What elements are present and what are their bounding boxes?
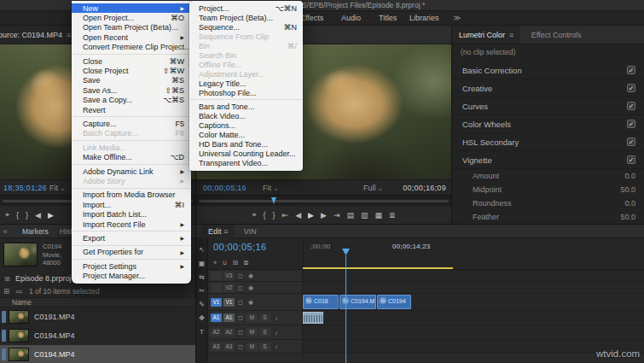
- lock-icon[interactable]: ◻: [236, 314, 245, 321]
- track-v2-content[interactable]: [303, 282, 644, 293]
- track-v1-header[interactable]: V1 V1 ◻ ◉: [208, 294, 303, 310]
- label-color-chip[interactable]: [2, 348, 6, 360]
- add-marker-icon[interactable]: ⌖: [5, 210, 9, 220]
- settings-icon[interactable]: ≣: [243, 259, 249, 267]
- snap-icon[interactable]: ∪: [223, 259, 228, 267]
- panel-menu-icon[interactable]: ≡: [67, 31, 71, 39]
- selection-tool-icon[interactable]: ↖: [199, 246, 205, 254]
- export-frame-icon[interactable]: ▦: [374, 211, 382, 220]
- mark-out-icon[interactable]: }: [273, 211, 276, 220]
- menu-item-bars-and-tone[interactable]: Bars and Tone...: [189, 102, 303, 111]
- audio-clip[interactable]: [303, 312, 323, 324]
- track-master[interactable]: [208, 354, 644, 363]
- step-forward-icon[interactable]: ▶: [321, 211, 327, 220]
- timeline-clip[interactable]: fxC0194: [377, 295, 411, 309]
- menu-item-save[interactable]: Save⌘S: [72, 76, 191, 85]
- source-patch[interactable]: V1: [211, 298, 222, 307]
- timeline-ruler[interactable]: ;00;00 00;00;14;23: [303, 238, 644, 269]
- menu-item-project-settings[interactable]: Project Settings▶: [72, 261, 191, 271]
- eye-icon[interactable]: ◉: [247, 299, 255, 306]
- lumetri-section-hsl-secondary[interactable]: HSL Secondary ✓: [452, 133, 644, 151]
- menu-item-legacy-title[interactable]: Legacy Title...: [189, 79, 303, 88]
- preview-thumbnail[interactable]: [3, 243, 38, 266]
- track-a1-content[interactable]: [303, 311, 644, 325]
- play-icon[interactable]: ▶: [48, 211, 54, 220]
- menu-item-new-project[interactable]: Project...⌥⌘N: [189, 3, 303, 13]
- track-select-tool-icon[interactable]: ▣: [199, 260, 206, 267]
- panel-menu-icon[interactable]: ≡: [223, 227, 228, 236]
- workspace-tab-effects[interactable]: Effects: [300, 11, 323, 26]
- source-patch[interactable]: A1: [211, 313, 222, 322]
- source-patch[interactable]: [211, 272, 222, 280]
- add-marker-icon[interactable]: ⌖: [252, 210, 256, 220]
- tab-overflow-icon[interactable]: «: [3, 225, 8, 238]
- section-enable-checkbox[interactable]: ✓: [627, 66, 635, 74]
- menu-item-import-from-media-browser[interactable]: Import from Media Browser: [72, 190, 191, 200]
- track-v2-header[interactable]: V2 ◻ ◉: [208, 282, 303, 293]
- lock-icon[interactable]: ◻: [236, 299, 245, 306]
- mute-button[interactable]: M: [247, 328, 258, 337]
- menu-item-color-matte[interactable]: Color Matte...: [189, 131, 303, 140]
- workspace-overflow-icon[interactable]: ≫: [453, 11, 461, 26]
- vignette-roundness-value[interactable]: 0.0: [624, 196, 635, 210]
- vignette-midpoint-value[interactable]: 50.0: [620, 183, 635, 196]
- track-target[interactable]: V2: [223, 284, 235, 292]
- tab-effect-controls[interactable]: Effect Controls: [525, 26, 589, 44]
- go-to-out-icon[interactable]: ⇥: [334, 211, 340, 220]
- source-patch[interactable]: A3: [211, 343, 222, 351]
- track-a3-header[interactable]: A3 A3 ◻ M S ♪: [208, 340, 303, 353]
- track-a1-header[interactable]: A1 A1 ◻ M S ♪: [208, 311, 303, 325]
- tab-sequence-vin[interactable]: VIN: [237, 225, 264, 238]
- menu-item-new[interactable]: New▶: [72, 3, 191, 13]
- menu-item-hd-bars-and-tone[interactable]: HD Bars and Tone...: [189, 140, 303, 149]
- lock-icon[interactable]: ◻: [236, 329, 245, 336]
- source-patch[interactable]: A2: [211, 328, 222, 337]
- workspace-tab-libraries[interactable]: Libraries: [409, 11, 439, 26]
- hand-tool-icon[interactable]: ✥: [199, 314, 205, 322]
- pen-tool-icon[interactable]: ✎: [199, 301, 205, 308]
- grid-view-icon[interactable]: ⊞: [3, 285, 9, 297]
- tab-lumetri-color[interactable]: Lumetri Color≡: [452, 26, 520, 44]
- menu-item-convert-premiere-clip-project[interactable]: Convert Premiere Clip Project...: [72, 43, 191, 52]
- track-v3-header[interactable]: V3 ◻ ◉: [208, 270, 303, 281]
- lift-icon[interactable]: ▤: [346, 211, 354, 220]
- grid-icon[interactable]: ⊞: [232, 259, 238, 267]
- panel-menu-icon[interactable]: ≡: [509, 31, 513, 39]
- label-color-chip[interactable]: [2, 311, 6, 323]
- lock-icon[interactable]: ◻: [236, 272, 245, 279]
- section-enable-checkbox[interactable]: ✓: [627, 155, 635, 164]
- mic-icon[interactable]: ♪: [272, 343, 281, 349]
- program-scrubber-track[interactable]: [199, 200, 449, 202]
- menu-item-close-project[interactable]: Close Project⇧⌘W: [72, 66, 191, 75]
- list-view-icon[interactable]: ≔: [15, 285, 23, 297]
- mark-in-icon[interactable]: {: [16, 211, 19, 220]
- mic-icon[interactable]: ♪: [272, 330, 281, 336]
- razor-tool-icon[interactable]: ✂: [199, 287, 205, 295]
- menu-item-open-team-project[interactable]: Open Team Project (Beta)...: [72, 23, 191, 32]
- menu-item-export[interactable]: Export▶: [72, 233, 191, 243]
- project-item-row[interactable]: C0194.MP4: [0, 326, 195, 345]
- section-enable-checkbox[interactable]: ✓: [627, 138, 635, 146]
- menu-item-new-team-project[interactable]: Team Project (Beta)...: [189, 13, 303, 22]
- lock-icon[interactable]: ◻: [236, 343, 245, 350]
- section-enable-checkbox[interactable]: ✓: [627, 84, 635, 92]
- track-target[interactable]: A3: [223, 343, 235, 351]
- menu-item-project-manager[interactable]: Project Manager...: [72, 271, 191, 280]
- ripple-edit-tool-icon[interactable]: ⇆: [199, 273, 205, 281]
- eye-icon[interactable]: ◉: [247, 284, 255, 291]
- name-column-header[interactable]: Name: [12, 298, 32, 307]
- timeline-clip[interactable]: fxC018: [303, 295, 339, 309]
- menu-item-get-properties-for[interactable]: Get Properties for▶: [72, 248, 191, 257]
- lock-icon[interactable]: ◻: [236, 284, 245, 291]
- go-to-in-icon[interactable]: ⇤: [282, 211, 289, 220]
- solo-button[interactable]: S: [259, 328, 270, 337]
- type-tool-icon[interactable]: T: [200, 328, 204, 336]
- lumetri-section-basic-correction[interactable]: Basic Correction ✓: [452, 61, 644, 79]
- track-master-header[interactable]: [208, 354, 303, 363]
- menu-item-save-as[interactable]: Save As...⇧⌘S: [72, 85, 191, 95]
- vignette-feather-value[interactable]: 50.0: [620, 210, 635, 224]
- project-item-row-selected[interactable]: C0194.MP4: [0, 345, 195, 363]
- track-target[interactable]: A2: [223, 328, 235, 337]
- lumetri-section-vignette[interactable]: Vignette ✓: [452, 151, 644, 169]
- timeline-playhead-line[interactable]: [345, 255, 346, 363]
